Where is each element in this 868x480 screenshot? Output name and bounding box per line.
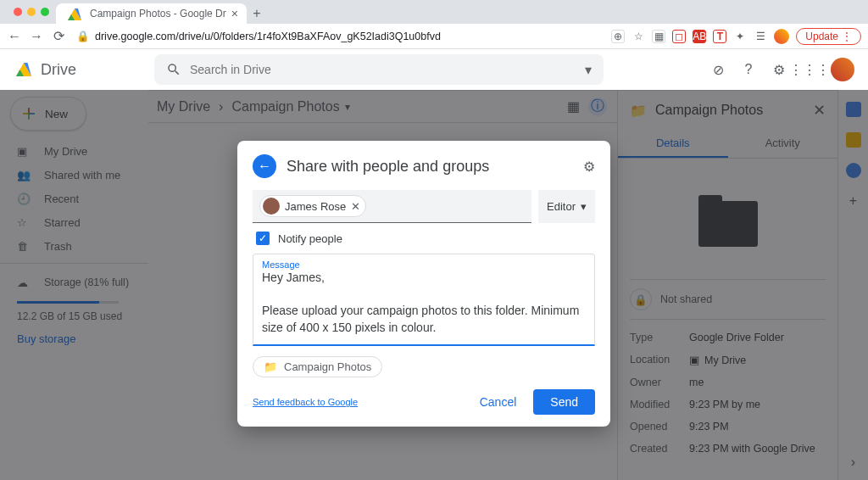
folder-icon: 📁: [264, 360, 277, 373]
send-feedback-link[interactable]: Send feedback to Google: [253, 397, 358, 407]
settings-icon[interactable]: ⚙: [770, 60, 788, 79]
new-tab-button[interactable]: +: [247, 3, 267, 24]
drive-logo[interactable]: Drive: [14, 59, 141, 80]
reading-list-icon[interactable]: ☰: [754, 30, 767, 43]
dialog-title: Share with people and groups: [287, 158, 573, 176]
ext-icon[interactable]: T: [713, 30, 726, 43]
traffic-close[interactable]: [14, 8, 22, 16]
support-icon[interactable]: ?: [739, 60, 758, 79]
ext-icon[interactable]: ✦: [733, 30, 747, 43]
attachment-chip: 📁 Campaign Photos: [253, 356, 382, 377]
person-chip[interactable]: James Rose ✕: [259, 195, 366, 217]
profile-avatar[interactable]: [774, 29, 789, 44]
address-bar[interactable]: 🔒 drive.google.com/drive/u/0/folders/1r4…: [73, 30, 604, 42]
lock-icon: 🔒: [76, 30, 90, 42]
avatar-icon: [263, 198, 280, 215]
mac-window-controls: [7, 0, 56, 24]
ready-offline-icon[interactable]: ⊘: [709, 60, 727, 79]
update-button[interactable]: Update⋮: [796, 28, 861, 45]
extension-icons: ⊕ ☆ ▦ ◻ AB T ✦ ☰: [611, 30, 767, 43]
message-text: Hey James, Please upload your campaign p…: [262, 270, 586, 336]
chevron-down-icon: ▾: [581, 200, 587, 213]
search-input[interactable]: [190, 63, 576, 76]
bookmark-star-icon[interactable]: ☆: [632, 30, 645, 43]
browser-tabstrip: Campaign Photos - Google Dr × +: [0, 0, 868, 24]
remove-chip-icon[interactable]: ✕: [351, 200, 360, 213]
role-dropdown[interactable]: Editor ▾: [538, 190, 595, 223]
notify-row[interactable]: ✓ Notify people: [253, 223, 595, 247]
send-button[interactable]: Send: [533, 389, 595, 415]
account-avatar[interactable]: [831, 58, 854, 81]
traffic-minimize[interactable]: [27, 8, 36, 16]
apps-grid-icon[interactable]: ⋮⋮⋮: [800, 60, 819, 79]
ext-icon[interactable]: ◻: [672, 30, 686, 43]
people-input[interactable]: James Rose ✕: [253, 190, 531, 223]
tab-close-icon[interactable]: ×: [231, 7, 238, 20]
url-text: drive.google.com/drive/u/0/folders/1r4fo…: [95, 31, 441, 42]
share-dialog: ← Share with people and groups ⚙ James R…: [237, 141, 610, 427]
message-field[interactable]: Message Hey James, Please upload your ca…: [253, 254, 595, 346]
dialog-settings-icon[interactable]: ⚙: [583, 159, 595, 175]
drive-header: Drive ▾ ⊘ ? ⚙ ⋮⋮⋮: [0, 49, 868, 90]
ext-icon[interactable]: ▦: [652, 30, 665, 43]
ext-icon[interactable]: AB: [693, 30, 706, 43]
tab-title: Campaign Photos - Google Dr: [90, 8, 226, 20]
nav-back-button[interactable]: ←: [7, 29, 22, 44]
nav-reload-button[interactable]: ⟳: [51, 29, 66, 44]
drive-favicon-icon: [64, 3, 85, 24]
search-options-icon[interactable]: ▾: [585, 62, 592, 78]
search-bar[interactable]: ▾: [154, 54, 604, 85]
cancel-button[interactable]: Cancel: [471, 390, 526, 414]
ext-icon[interactable]: ⊕: [611, 30, 625, 43]
drive-logo-icon: [14, 59, 34, 80]
traffic-zoom[interactable]: [41, 8, 49, 16]
browser-tab[interactable]: Campaign Photos - Google Dr ×: [56, 3, 247, 24]
notify-checkbox[interactable]: ✓: [256, 232, 270, 245]
search-icon: [166, 62, 181, 77]
nav-forward-button[interactable]: →: [29, 29, 44, 44]
message-label: Message: [262, 260, 586, 270]
browser-toolbar: ← → ⟳ 🔒 drive.google.com/drive/u/0/folde…: [0, 24, 868, 49]
product-name: Drive: [41, 61, 76, 79]
dialog-back-button[interactable]: ←: [253, 154, 276, 178]
